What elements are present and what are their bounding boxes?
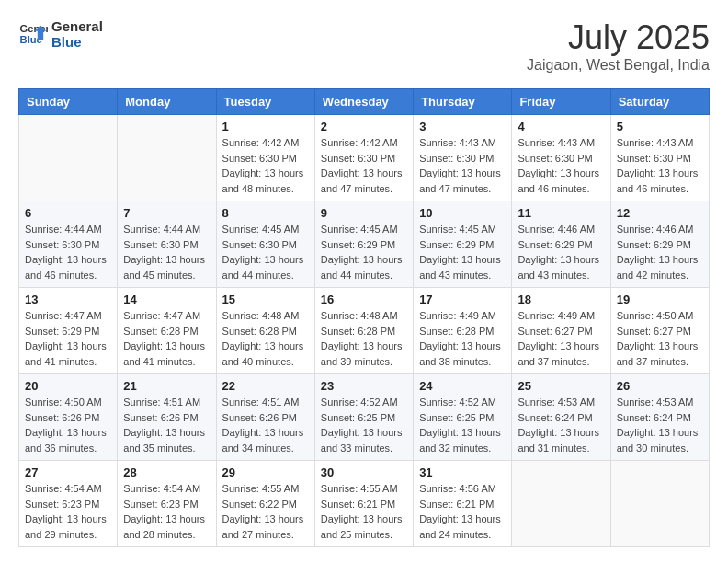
calendar-cell: 18Sunrise: 4:49 AMSunset: 6:27 PMDayligh… — [512, 288, 610, 374]
day-number: 14 — [123, 293, 210, 306]
calendar-cell: 16Sunrise: 4:48 AMSunset: 6:28 PMDayligh… — [314, 288, 413, 374]
day-number: 8 — [222, 206, 309, 220]
day-number: 25 — [518, 379, 604, 393]
calendar-table: SundayMondayTuesdayWednesdayThursdayFrid… — [18, 88, 710, 547]
day-info: Sunrise: 4:53 AMSunset: 6:24 PMDaylight:… — [518, 395, 604, 455]
weekday-header-sunday: Sunday — [19, 89, 118, 115]
calendar-cell: 13Sunrise: 4:47 AMSunset: 6:29 PMDayligh… — [19, 288, 118, 374]
day-number: 18 — [518, 293, 604, 306]
weekday-header-saturday: Saturday — [610, 89, 709, 115]
day-number: 19 — [617, 293, 703, 306]
day-number: 21 — [123, 379, 210, 393]
day-number: 3 — [419, 120, 506, 133]
calendar-cell: 2Sunrise: 4:42 AMSunset: 6:30 PMDaylight… — [314, 115, 413, 201]
calendar-cell: 6Sunrise: 4:44 AMSunset: 6:30 PMDaylight… — [19, 201, 118, 288]
month-title: July 2025 — [527, 18, 710, 57]
day-info: Sunrise: 4:51 AMSunset: 6:26 PMDaylight:… — [222, 395, 309, 455]
day-info: Sunrise: 4:47 AMSunset: 6:28 PMDaylight:… — [123, 308, 210, 369]
calendar-cell: 12Sunrise: 4:46 AMSunset: 6:29 PMDayligh… — [610, 201, 709, 288]
day-info: Sunrise: 4:49 AMSunset: 6:28 PMDaylight:… — [419, 308, 506, 369]
calendar-cell: 1Sunrise: 4:42 AMSunset: 6:30 PMDaylight… — [216, 115, 314, 201]
day-info: Sunrise: 4:42 AMSunset: 6:30 PMDaylight:… — [321, 135, 407, 196]
title-block: July 2025 Jaigaon, West Bengal, India — [527, 18, 710, 74]
calendar-cell: 21Sunrise: 4:51 AMSunset: 6:26 PMDayligh… — [118, 374, 216, 461]
calendar-cell: 19Sunrise: 4:50 AMSunset: 6:27 PMDayligh… — [610, 288, 709, 374]
day-info: Sunrise: 4:46 AMSunset: 6:29 PMDaylight:… — [617, 222, 703, 282]
day-info: Sunrise: 4:48 AMSunset: 6:28 PMDaylight:… — [222, 308, 309, 369]
calendar-cell — [610, 461, 709, 547]
weekday-header-wednesday: Wednesday — [314, 89, 413, 115]
day-number: 6 — [25, 206, 111, 220]
day-info: Sunrise: 4:52 AMSunset: 6:25 PMDaylight:… — [419, 395, 506, 455]
calendar-cell: 22Sunrise: 4:51 AMSunset: 6:26 PMDayligh… — [216, 374, 314, 461]
day-number: 15 — [222, 293, 309, 306]
day-info: Sunrise: 4:51 AMSunset: 6:26 PMDaylight:… — [123, 395, 210, 455]
day-number: 26 — [617, 379, 703, 393]
calendar-week-row: 13Sunrise: 4:47 AMSunset: 6:29 PMDayligh… — [19, 288, 710, 374]
calendar-cell: 27Sunrise: 4:54 AMSunset: 6:23 PMDayligh… — [19, 461, 118, 547]
day-info: Sunrise: 4:44 AMSunset: 6:30 PMDaylight:… — [25, 222, 111, 282]
day-info: Sunrise: 4:47 AMSunset: 6:29 PMDaylight:… — [25, 308, 111, 369]
calendar-cell: 11Sunrise: 4:46 AMSunset: 6:29 PMDayligh… — [512, 201, 610, 288]
day-info: Sunrise: 4:54 AMSunset: 6:23 PMDaylight:… — [25, 481, 111, 542]
day-info: Sunrise: 4:55 AMSunset: 6:21 PMDaylight:… — [321, 481, 407, 542]
calendar-week-row: 1Sunrise: 4:42 AMSunset: 6:30 PMDaylight… — [19, 115, 710, 201]
calendar-cell: 15Sunrise: 4:48 AMSunset: 6:28 PMDayligh… — [216, 288, 314, 374]
calendar-cell: 3Sunrise: 4:43 AMSunset: 6:30 PMDaylight… — [414, 115, 512, 201]
weekday-header-tuesday: Tuesday — [216, 89, 314, 115]
day-info: Sunrise: 4:48 AMSunset: 6:28 PMDaylight:… — [321, 308, 407, 369]
day-info: Sunrise: 4:45 AMSunset: 6:29 PMDaylight:… — [419, 222, 506, 282]
logo-text-line1: General — [51, 18, 103, 34]
day-info: Sunrise: 4:54 AMSunset: 6:23 PMDaylight:… — [123, 481, 210, 542]
calendar-cell: 8Sunrise: 4:45 AMSunset: 6:30 PMDaylight… — [216, 201, 314, 288]
day-number: 2 — [321, 120, 407, 133]
day-info: Sunrise: 4:44 AMSunset: 6:30 PMDaylight:… — [123, 222, 210, 282]
day-number: 31 — [419, 465, 506, 479]
location: Jaigaon, West Bengal, India — [527, 57, 710, 74]
day-number: 10 — [419, 206, 506, 220]
calendar-week-row: 27Sunrise: 4:54 AMSunset: 6:23 PMDayligh… — [19, 461, 710, 547]
calendar-cell — [19, 115, 118, 201]
day-number: 20 — [25, 379, 111, 393]
calendar-cell — [118, 115, 216, 201]
calendar-cell: 28Sunrise: 4:54 AMSunset: 6:23 PMDayligh… — [118, 461, 216, 547]
day-info: Sunrise: 4:46 AMSunset: 6:29 PMDaylight:… — [518, 222, 604, 282]
day-number: 23 — [321, 379, 407, 393]
calendar-cell: 5Sunrise: 4:43 AMSunset: 6:30 PMDaylight… — [610, 115, 709, 201]
day-info: Sunrise: 4:50 AMSunset: 6:27 PMDaylight:… — [617, 308, 703, 369]
day-info: Sunrise: 4:52 AMSunset: 6:25 PMDaylight:… — [321, 395, 407, 455]
page-header: General Blue General Blue July 2025 Jaig… — [18, 18, 710, 74]
day-info: Sunrise: 4:43 AMSunset: 6:30 PMDaylight:… — [518, 135, 604, 196]
day-info: Sunrise: 4:50 AMSunset: 6:26 PMDaylight:… — [25, 395, 111, 455]
calendar-header-row: SundayMondayTuesdayWednesdayThursdayFrid… — [19, 89, 710, 115]
weekday-header-monday: Monday — [118, 89, 216, 115]
day-info: Sunrise: 4:53 AMSunset: 6:24 PMDaylight:… — [617, 395, 703, 455]
calendar-cell: 23Sunrise: 4:52 AMSunset: 6:25 PMDayligh… — [314, 374, 413, 461]
day-info: Sunrise: 4:55 AMSunset: 6:22 PMDaylight:… — [222, 481, 309, 542]
calendar-cell: 17Sunrise: 4:49 AMSunset: 6:28 PMDayligh… — [414, 288, 512, 374]
weekday-header-thursday: Thursday — [414, 89, 512, 115]
day-number: 11 — [518, 206, 604, 220]
day-number: 24 — [419, 379, 506, 393]
logo-icon: General Blue — [18, 19, 48, 49]
calendar-cell: 25Sunrise: 4:53 AMSunset: 6:24 PMDayligh… — [512, 374, 610, 461]
day-number: 29 — [222, 465, 309, 479]
calendar-cell: 30Sunrise: 4:55 AMSunset: 6:21 PMDayligh… — [314, 461, 413, 547]
day-number: 12 — [617, 206, 703, 220]
day-number: 22 — [222, 379, 309, 393]
day-number: 28 — [123, 465, 210, 479]
calendar-cell: 9Sunrise: 4:45 AMSunset: 6:29 PMDaylight… — [314, 201, 413, 288]
day-info: Sunrise: 4:45 AMSunset: 6:29 PMDaylight:… — [321, 222, 407, 282]
day-number: 16 — [321, 293, 407, 306]
calendar-cell: 29Sunrise: 4:55 AMSunset: 6:22 PMDayligh… — [216, 461, 314, 547]
calendar-cell — [512, 461, 610, 547]
day-info: Sunrise: 4:56 AMSunset: 6:21 PMDaylight:… — [419, 481, 506, 542]
day-number: 1 — [222, 120, 309, 133]
calendar-cell: 4Sunrise: 4:43 AMSunset: 6:30 PMDaylight… — [512, 115, 610, 201]
calendar-cell: 26Sunrise: 4:53 AMSunset: 6:24 PMDayligh… — [610, 374, 709, 461]
calendar-cell: 24Sunrise: 4:52 AMSunset: 6:25 PMDayligh… — [414, 374, 512, 461]
day-number: 4 — [518, 120, 604, 133]
weekday-header-friday: Friday — [512, 89, 610, 115]
calendar-cell: 7Sunrise: 4:44 AMSunset: 6:30 PMDaylight… — [118, 201, 216, 288]
day-number: 5 — [617, 120, 703, 133]
